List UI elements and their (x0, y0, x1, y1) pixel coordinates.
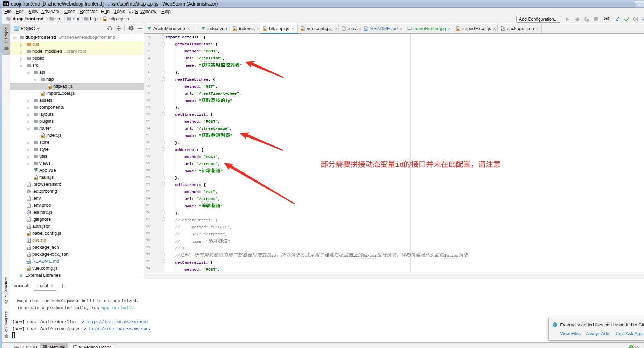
svg-text:JS: JS (263, 29, 266, 31)
svg-text:JS: JS (34, 178, 36, 180)
svg-text:JS: JS (41, 136, 43, 138)
svg-text:JS: JS (41, 94, 43, 96)
svg-text:JS: JS (27, 269, 29, 271)
svg-text:?: ? (630, 346, 632, 348)
svg-text:JS: JS (301, 29, 303, 31)
svg-text:JS: JS (233, 29, 236, 31)
svg-text:{}: {} (501, 28, 504, 31)
svg-text:JS: JS (27, 234, 29, 236)
svg-text:{}: {} (27, 247, 31, 250)
svg-text:MD: MD (27, 262, 30, 264)
svg-text:JS: JS (48, 87, 50, 89)
svg-text:MD: MD (364, 29, 368, 31)
svg-text:JS: JS (456, 29, 459, 31)
svg-text:{}: {} (27, 226, 31, 229)
svg-text:JS: JS (103, 19, 106, 21)
svg-text:{}: {} (27, 254, 31, 257)
